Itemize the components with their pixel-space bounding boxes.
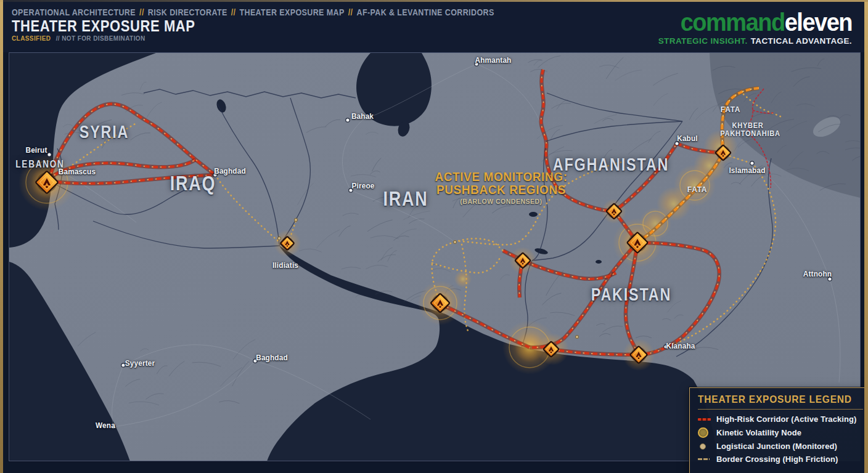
breadcrumb-separator: // [231,8,236,18]
city-dot [121,363,125,367]
legend-item-label: Logistical Junction (Monitored) [716,442,837,451]
breadcrumb-segment: AF-PAK & LEVANTINE CORRIDORS [356,8,494,18]
legend-panel: THEATER EXPOSURE LEGEND High-Risk Corrid… [689,387,868,473]
frame-right-edge [864,0,868,473]
logistical-junction-dot [294,218,297,221]
breadcrumb-separator: // [348,8,353,18]
legend-item-junction: Logistical Junction (Monitored) [698,442,863,451]
legend-divider [698,409,863,410]
city-dot [346,118,350,122]
breadcrumb-separator: // [139,8,144,18]
header-bar: OPERATIONAL ARCHITECTURE//RISK DIRECTORA… [3,0,864,52]
classification-badge: CLASSIFIED [12,35,51,42]
legend-item-label: Border Crossing (High Friction) [716,455,838,464]
page-title: THEATER EXPOSURE MAP [12,17,195,36]
legend-title: THEATER EXPOSURE LEGEND [698,394,863,406]
logistical-junction-dot [277,236,280,240]
breadcrumb-segment: OPERATIONAL ARCHITECTURE [12,8,136,18]
classification-note: // NOT FOR DISBEMINATION [56,35,145,42]
tagline-strategic: STRATEGIC INSIGHT. [658,36,748,46]
city-dot [475,62,478,66]
legend-item-node: Kinetic Volatility Node [698,427,863,438]
node-swatch-icon [698,427,716,438]
city-dot [253,359,257,363]
logistical-junction-dot [575,335,578,338]
logo-tagline: STRATEGIC INSIGHT.TACTICAL ADVANTAGE. [658,37,852,46]
city-dot [675,142,679,145]
breadcrumb-segment: THEATER EXPOSURE MAP [239,8,344,18]
border-swatch-icon [698,458,716,460]
breadcrumb: OPERATIONAL ARCHITECTURE//RISK DIRECTORA… [12,8,494,18]
caspian-sea [356,53,432,126]
tagline-tactical: TACTICAL ADVANTAGE. [751,36,852,46]
logo-wordmark: commandeleven [658,10,852,34]
junction-swatch-icon [698,443,716,450]
breadcrumb-segment: RISK DIRECTORATE [148,8,227,18]
volatility-glow [454,270,472,288]
legend-item-label: High-Risk Corridor (Active Tracking) [716,414,856,424]
frame-top-edge [0,0,868,2]
theater-exposure-dashboard: { "header": { "breadcrumb": ["OPERATIONA… [0,0,868,473]
lake [529,212,538,217]
legend-item-corridor: High-Risk Corridor (Active Tracking) [698,414,863,424]
legend-item-border: Border Crossing (High Friction) [698,455,863,464]
city-dot [828,277,832,281]
city-dot [664,345,668,349]
corridor-swatch-icon [698,418,716,421]
logo-part-eleven: eleven [785,9,852,36]
city-dot [213,173,217,177]
classification-line: CLASSIFIED // NOT FOR DISBEMINATION [12,35,145,42]
frame-left-edge [0,0,3,473]
city-dot [349,188,353,192]
city-dot [750,161,754,165]
brand-logo: commandeleven STRATEGIC INSIGHT.TACTICAL… [658,10,852,46]
lake [596,260,602,264]
city-dot [47,153,51,156]
city-dot [112,425,115,429]
theater-map: ACTIVE MONITORING: PUSHBACK REGIONS (BAR… [9,52,861,461]
logistical-junction-dot [453,240,456,243]
legend-item-label: Kinetic Volatility Node [716,428,801,437]
logo-part-command: command [681,9,785,36]
